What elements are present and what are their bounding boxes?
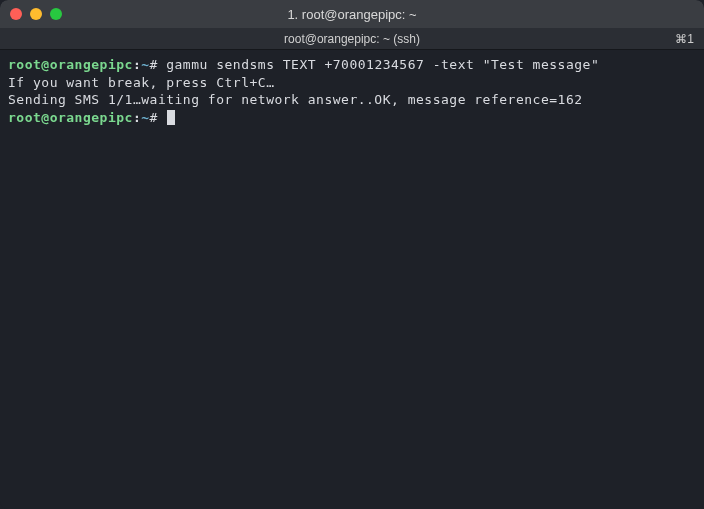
tab-bar: root@orangepipc: ~ (ssh) ⌘1	[0, 28, 704, 50]
terminal-output: If you want break, press Ctrl+C…	[8, 74, 696, 92]
prompt-symbol: #	[150, 57, 158, 72]
terminal-viewport[interactable]: root@orangepipc:~# gammu sendsms TEXT +7…	[0, 50, 704, 509]
prompt-user-host: root@orangepipc	[8, 110, 133, 125]
cursor-icon	[167, 110, 175, 125]
terminal-output: Sending SMS 1/1…waiting for network answ…	[8, 91, 696, 109]
tab-label[interactable]: root@orangepipc: ~ (ssh)	[284, 32, 420, 46]
prompt-path: ~	[141, 110, 149, 125]
window-titlebar: 1. root@orangepipc: ~	[0, 0, 704, 28]
maximize-icon[interactable]	[50, 8, 62, 20]
terminal-line: root@orangepipc:~#	[8, 109, 696, 127]
terminal-line: root@orangepipc:~# gammu sendsms TEXT +7…	[8, 56, 696, 74]
prompt-path: ~	[141, 57, 149, 72]
prompt-user-host: root@orangepipc	[8, 57, 133, 72]
close-icon[interactable]	[10, 8, 22, 20]
prompt-symbol: #	[150, 110, 158, 125]
command-text: gammu sendsms TEXT +70001234567 -text "T…	[166, 57, 599, 72]
minimize-icon[interactable]	[30, 8, 42, 20]
traffic-lights	[10, 8, 62, 20]
prompt-colon: :	[133, 110, 141, 125]
prompt-colon: :	[133, 57, 141, 72]
window-title: 1. root@orangepipc: ~	[0, 7, 704, 22]
tab-shortcut: ⌘1	[675, 32, 694, 46]
